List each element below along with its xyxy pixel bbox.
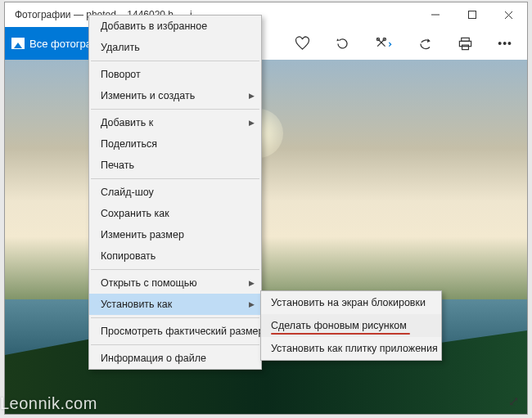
menu-actual-size[interactable]: Просмотреть фактический размер (89, 321, 261, 342)
resize-handle-icon[interactable]: ⤢ (508, 393, 519, 409)
menu-file-info[interactable]: Информация о файле (89, 348, 261, 369)
menu-label: Изменить размер (101, 229, 184, 240)
menu-label: Добавить в избранное (101, 20, 207, 32)
submenu-lock-screen[interactable]: Установить на экран блокировки (261, 291, 441, 314)
close-button[interactable] (490, 2, 527, 27)
menu-label: Сделать фоновым рисунком (271, 320, 407, 331)
menu-set-as[interactable]: Установить как▶ (89, 294, 261, 315)
submenu-set-background[interactable]: Сделать фоновым рисунком (261, 314, 441, 337)
menu-label: Удалить (101, 42, 140, 53)
menu-label: Изменить и создать (101, 90, 195, 101)
minimize-button[interactable] (417, 2, 453, 27)
menu-separator (91, 109, 259, 110)
menu-label: Установить на экран блокировки (271, 297, 426, 308)
print-icon[interactable] (458, 36, 473, 52)
highlight-underline (271, 333, 410, 335)
menu-open-with[interactable]: Открыть с помощью▶ (89, 272, 261, 294)
toolbar-actions: ••• (295, 36, 527, 52)
titlebar: Фотографии — photod... 1446020 h......i.… (5, 2, 527, 27)
svg-rect-8 (462, 38, 470, 41)
svg-rect-1 (468, 11, 476, 19)
menu-label: Информация о файле (101, 353, 206, 364)
watermark: Leonnik.com (0, 394, 97, 413)
menu-label: Установить как плитку приложения (271, 343, 438, 354)
menu-separator (91, 344, 259, 345)
menu-print[interactable]: Печать (89, 155, 261, 176)
more-icon[interactable]: ••• (498, 37, 512, 50)
menu-slideshow[interactable]: Слайд-шоу (89, 182, 261, 203)
menu-label: Добавить к (101, 117, 153, 128)
edit-icon[interactable] (375, 36, 393, 52)
menu-label: Печать (101, 160, 134, 171)
submenu-set-tile[interactable]: Установить как плитку приложения (261, 337, 441, 360)
window-controls (417, 2, 527, 27)
menu-separator (91, 178, 259, 179)
menu-separator (91, 269, 259, 270)
menu-save-as[interactable]: Сохранить как (89, 203, 261, 224)
svg-rect-10 (462, 45, 469, 50)
menu-label: Поворот (101, 69, 141, 80)
context-menu: Добавить в избранное Удалить Поворот Изм… (88, 15, 262, 370)
rotate-icon[interactable] (335, 36, 350, 52)
svg-rect-9 (460, 41, 471, 46)
toolbar: Все фотографии ••• (5, 27, 527, 60)
menu-label: Просмотреть фактический размер (101, 326, 264, 337)
menu-label: Копировать (101, 250, 156, 262)
menu-label: Поделиться (101, 138, 157, 150)
chevron-right-icon: ▶ (249, 279, 255, 287)
menu-copy[interactable]: Копировать (89, 245, 261, 267)
menu-label: Сохранить как (101, 208, 169, 219)
maximize-button[interactable] (453, 2, 490, 27)
menu-separator (91, 317, 259, 318)
menu-edit-create[interactable]: Изменить и создать▶ (89, 85, 261, 106)
set-as-submenu: Установить на экран блокировки Сделать ф… (260, 290, 442, 361)
menu-label: Слайд-шоу (101, 187, 154, 198)
menu-separator (91, 61, 259, 61)
menu-delete[interactable]: Удалить (89, 37, 261, 58)
favorite-icon[interactable] (295, 36, 310, 51)
menu-share[interactable]: Поделиться (89, 133, 261, 155)
photo-viewport: ⤢ (5, 60, 527, 414)
menu-rotate[interactable]: Поворот (89, 64, 261, 85)
photo-icon (11, 38, 25, 49)
menu-resize[interactable]: Изменить размер (89, 224, 261, 245)
chevron-right-icon: ▶ (249, 119, 255, 127)
share-icon[interactable] (417, 36, 433, 52)
menu-add-to[interactable]: Добавить к▶ (89, 112, 261, 133)
menu-add-favorite[interactable]: Добавить в избранное (89, 16, 261, 37)
menu-label: Установить как (101, 299, 172, 310)
chevron-right-icon: ▶ (249, 92, 255, 100)
chevron-right-icon: ▶ (249, 300, 255, 308)
menu-label: Открыть с помощью (101, 277, 197, 289)
